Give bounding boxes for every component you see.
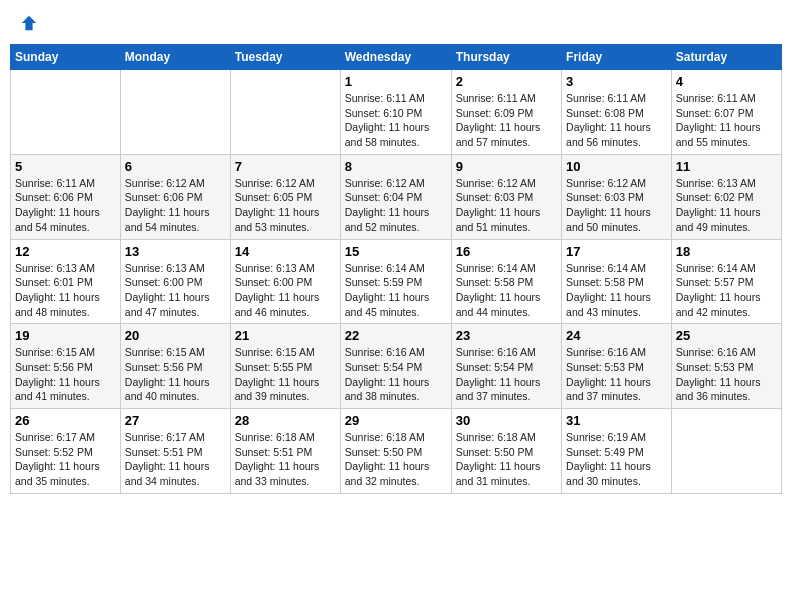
svg-marker-0 <box>22 16 36 30</box>
day-info: Sunrise: 6:11 AM Sunset: 6:10 PM Dayligh… <box>345 91 447 150</box>
day-number: 19 <box>15 328 116 343</box>
day-number: 13 <box>125 244 226 259</box>
calendar-cell: 26Sunrise: 6:17 AM Sunset: 5:52 PM Dayli… <box>11 409 121 494</box>
day-info: Sunrise: 6:17 AM Sunset: 5:51 PM Dayligh… <box>125 430 226 489</box>
calendar-cell: 1Sunrise: 6:11 AM Sunset: 6:10 PM Daylig… <box>340 70 451 155</box>
calendar-cell: 30Sunrise: 6:18 AM Sunset: 5:50 PM Dayli… <box>451 409 561 494</box>
calendar-cell: 6Sunrise: 6:12 AM Sunset: 6:06 PM Daylig… <box>120 154 230 239</box>
calendar-cell: 17Sunrise: 6:14 AM Sunset: 5:58 PM Dayli… <box>562 239 672 324</box>
calendar-cell: 10Sunrise: 6:12 AM Sunset: 6:03 PM Dayli… <box>562 154 672 239</box>
calendar-cell <box>11 70 121 155</box>
calendar-cell: 21Sunrise: 6:15 AM Sunset: 5:55 PM Dayli… <box>230 324 340 409</box>
day-of-week-header: Wednesday <box>340 45 451 70</box>
day-number: 15 <box>345 244 447 259</box>
day-number: 30 <box>456 413 557 428</box>
day-info: Sunrise: 6:12 AM Sunset: 6:03 PM Dayligh… <box>456 176 557 235</box>
calendar-cell <box>671 409 781 494</box>
day-info: Sunrise: 6:11 AM Sunset: 6:07 PM Dayligh… <box>676 91 777 150</box>
calendar-week-row: 19Sunrise: 6:15 AM Sunset: 5:56 PM Dayli… <box>11 324 782 409</box>
calendar-cell: 22Sunrise: 6:16 AM Sunset: 5:54 PM Dayli… <box>340 324 451 409</box>
day-info: Sunrise: 6:13 AM Sunset: 6:02 PM Dayligh… <box>676 176 777 235</box>
calendar-cell: 8Sunrise: 6:12 AM Sunset: 6:04 PM Daylig… <box>340 154 451 239</box>
day-info: Sunrise: 6:12 AM Sunset: 6:03 PM Dayligh… <box>566 176 667 235</box>
calendar-header-row: SundayMondayTuesdayWednesdayThursdayFrid… <box>11 45 782 70</box>
day-info: Sunrise: 6:15 AM Sunset: 5:56 PM Dayligh… <box>125 345 226 404</box>
calendar-cell: 16Sunrise: 6:14 AM Sunset: 5:58 PM Dayli… <box>451 239 561 324</box>
day-info: Sunrise: 6:14 AM Sunset: 5:59 PM Dayligh… <box>345 261 447 320</box>
day-info: Sunrise: 6:11 AM Sunset: 6:06 PM Dayligh… <box>15 176 116 235</box>
day-number: 23 <box>456 328 557 343</box>
day-of-week-header: Tuesday <box>230 45 340 70</box>
day-number: 17 <box>566 244 667 259</box>
day-number: 28 <box>235 413 336 428</box>
calendar-week-row: 12Sunrise: 6:13 AM Sunset: 6:01 PM Dayli… <box>11 239 782 324</box>
calendar-cell: 9Sunrise: 6:12 AM Sunset: 6:03 PM Daylig… <box>451 154 561 239</box>
day-info: Sunrise: 6:11 AM Sunset: 6:09 PM Dayligh… <box>456 91 557 150</box>
day-number: 2 <box>456 74 557 89</box>
calendar-table: SundayMondayTuesdayWednesdayThursdayFrid… <box>10 44 782 494</box>
day-number: 10 <box>566 159 667 174</box>
calendar-cell: 13Sunrise: 6:13 AM Sunset: 6:00 PM Dayli… <box>120 239 230 324</box>
calendar-cell: 29Sunrise: 6:18 AM Sunset: 5:50 PM Dayli… <box>340 409 451 494</box>
day-info: Sunrise: 6:15 AM Sunset: 5:56 PM Dayligh… <box>15 345 116 404</box>
calendar-cell: 4Sunrise: 6:11 AM Sunset: 6:07 PM Daylig… <box>671 70 781 155</box>
day-info: Sunrise: 6:19 AM Sunset: 5:49 PM Dayligh… <box>566 430 667 489</box>
calendar-cell: 3Sunrise: 6:11 AM Sunset: 6:08 PM Daylig… <box>562 70 672 155</box>
day-number: 26 <box>15 413 116 428</box>
day-number: 11 <box>676 159 777 174</box>
day-number: 6 <box>125 159 226 174</box>
day-info: Sunrise: 6:16 AM Sunset: 5:54 PM Dayligh… <box>345 345 447 404</box>
day-number: 1 <box>345 74 447 89</box>
day-of-week-header: Monday <box>120 45 230 70</box>
day-info: Sunrise: 6:17 AM Sunset: 5:52 PM Dayligh… <box>15 430 116 489</box>
day-info: Sunrise: 6:13 AM Sunset: 6:00 PM Dayligh… <box>235 261 336 320</box>
day-number: 29 <box>345 413 447 428</box>
day-number: 9 <box>456 159 557 174</box>
day-number: 25 <box>676 328 777 343</box>
day-info: Sunrise: 6:16 AM Sunset: 5:54 PM Dayligh… <box>456 345 557 404</box>
day-info: Sunrise: 6:18 AM Sunset: 5:50 PM Dayligh… <box>456 430 557 489</box>
day-of-week-header: Saturday <box>671 45 781 70</box>
page-header <box>10 10 782 36</box>
day-number: 12 <box>15 244 116 259</box>
day-number: 16 <box>456 244 557 259</box>
day-number: 21 <box>235 328 336 343</box>
day-number: 31 <box>566 413 667 428</box>
calendar-cell: 27Sunrise: 6:17 AM Sunset: 5:51 PM Dayli… <box>120 409 230 494</box>
calendar-cell: 25Sunrise: 6:16 AM Sunset: 5:53 PM Dayli… <box>671 324 781 409</box>
calendar-cell: 20Sunrise: 6:15 AM Sunset: 5:56 PM Dayli… <box>120 324 230 409</box>
day-info: Sunrise: 6:16 AM Sunset: 5:53 PM Dayligh… <box>676 345 777 404</box>
day-info: Sunrise: 6:15 AM Sunset: 5:55 PM Dayligh… <box>235 345 336 404</box>
calendar-week-row: 1Sunrise: 6:11 AM Sunset: 6:10 PM Daylig… <box>11 70 782 155</box>
calendar-cell: 31Sunrise: 6:19 AM Sunset: 5:49 PM Dayli… <box>562 409 672 494</box>
calendar-cell: 5Sunrise: 6:11 AM Sunset: 6:06 PM Daylig… <box>11 154 121 239</box>
day-number: 22 <box>345 328 447 343</box>
calendar-cell: 24Sunrise: 6:16 AM Sunset: 5:53 PM Dayli… <box>562 324 672 409</box>
day-info: Sunrise: 6:12 AM Sunset: 6:04 PM Dayligh… <box>345 176 447 235</box>
day-info: Sunrise: 6:16 AM Sunset: 5:53 PM Dayligh… <box>566 345 667 404</box>
day-of-week-header: Sunday <box>11 45 121 70</box>
day-info: Sunrise: 6:13 AM Sunset: 6:01 PM Dayligh… <box>15 261 116 320</box>
day-number: 24 <box>566 328 667 343</box>
calendar-cell: 12Sunrise: 6:13 AM Sunset: 6:01 PM Dayli… <box>11 239 121 324</box>
calendar-cell: 7Sunrise: 6:12 AM Sunset: 6:05 PM Daylig… <box>230 154 340 239</box>
calendar-cell: 14Sunrise: 6:13 AM Sunset: 6:00 PM Dayli… <box>230 239 340 324</box>
calendar-cell: 2Sunrise: 6:11 AM Sunset: 6:09 PM Daylig… <box>451 70 561 155</box>
calendar-cell: 19Sunrise: 6:15 AM Sunset: 5:56 PM Dayli… <box>11 324 121 409</box>
logo-icon <box>20 14 38 32</box>
calendar-cell <box>120 70 230 155</box>
day-info: Sunrise: 6:11 AM Sunset: 6:08 PM Dayligh… <box>566 91 667 150</box>
calendar-week-row: 26Sunrise: 6:17 AM Sunset: 5:52 PM Dayli… <box>11 409 782 494</box>
calendar-cell: 18Sunrise: 6:14 AM Sunset: 5:57 PM Dayli… <box>671 239 781 324</box>
day-of-week-header: Friday <box>562 45 672 70</box>
day-number: 27 <box>125 413 226 428</box>
day-number: 5 <box>15 159 116 174</box>
calendar-cell: 28Sunrise: 6:18 AM Sunset: 5:51 PM Dayli… <box>230 409 340 494</box>
day-info: Sunrise: 6:13 AM Sunset: 6:00 PM Dayligh… <box>125 261 226 320</box>
day-number: 8 <box>345 159 447 174</box>
day-number: 14 <box>235 244 336 259</box>
day-info: Sunrise: 6:18 AM Sunset: 5:50 PM Dayligh… <box>345 430 447 489</box>
day-info: Sunrise: 6:14 AM Sunset: 5:57 PM Dayligh… <box>676 261 777 320</box>
calendar-cell: 15Sunrise: 6:14 AM Sunset: 5:59 PM Dayli… <box>340 239 451 324</box>
day-number: 18 <box>676 244 777 259</box>
